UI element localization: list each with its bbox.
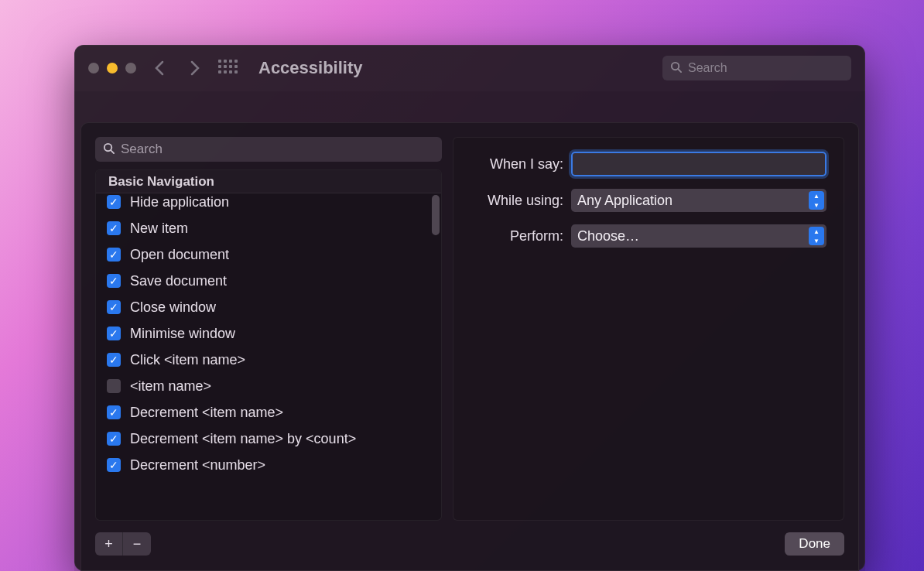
- command-checkbox[interactable]: ✓: [107, 300, 121, 314]
- command-checkbox[interactable]: ✓: [107, 458, 121, 472]
- add-remove-group: + −: [95, 532, 151, 556]
- while-using-select[interactable]: Any Application ▲▼: [571, 189, 826, 212]
- perform-label: Perform:: [471, 228, 563, 244]
- search-icon: [670, 61, 682, 76]
- system-preferences-window: Accessibility Siri Basi: [74, 45, 865, 571]
- sheet-footer: + − Done: [95, 521, 844, 556]
- done-button[interactable]: Done: [785, 532, 844, 556]
- svg-line-3: [111, 150, 114, 153]
- command-row[interactable]: <item name>: [96, 373, 441, 399]
- titlebar: Accessibility: [74, 45, 865, 91]
- select-stepper-icon: ▲▼: [809, 191, 824, 210]
- when-i-say-input[interactable]: [571, 152, 826, 176]
- command-checkbox[interactable]: [107, 379, 121, 393]
- commands-list: Basic Navigation ✓Hide application✓New i…: [95, 169, 442, 521]
- command-checkbox[interactable]: ✓: [107, 274, 121, 288]
- command-label: Decrement <item name> by <count>: [130, 431, 356, 447]
- command-label: Save document: [130, 273, 227, 289]
- search-icon: [103, 142, 115, 157]
- chevron-left-icon: [154, 60, 165, 76]
- close-window-button[interactable]: [88, 63, 99, 74]
- command-checkbox[interactable]: ✓: [107, 327, 121, 340]
- perform-value: Choose…: [577, 228, 639, 244]
- command-row[interactable]: ✓Save document: [96, 268, 441, 294]
- plus-icon: +: [104, 536, 113, 552]
- perform-select[interactable]: Choose… ▲▼: [571, 224, 826, 248]
- command-row[interactable]: ✓Close window: [96, 294, 441, 320]
- command-label: Decrement <number>: [130, 457, 265, 474]
- scrollbar-thumb[interactable]: [432, 195, 440, 235]
- command-checkbox[interactable]: ✓: [107, 195, 121, 209]
- command-row[interactable]: ✓Decrement <number>: [96, 452, 441, 478]
- command-label: Open document: [130, 247, 229, 263]
- zoom-window-button[interactable]: [125, 63, 136, 74]
- minus-icon: −: [133, 536, 142, 552]
- command-checkbox[interactable]: ✓: [107, 221, 121, 235]
- toolbar-search[interactable]: [662, 56, 851, 80]
- command-label: New item: [130, 221, 188, 237]
- command-row[interactable]: ✓Hide application: [96, 193, 441, 215]
- commands-search[interactable]: [95, 137, 442, 162]
- command-row[interactable]: ✓Click <item name>: [96, 347, 441, 373]
- toolbar-search-input[interactable]: [688, 61, 844, 75]
- command-label: Minimise window: [130, 326, 235, 342]
- command-checkbox[interactable]: ✓: [107, 432, 121, 446]
- commands-column: Basic Navigation ✓Hide application✓New i…: [95, 137, 442, 521]
- commands-section-header: Basic Navigation: [96, 170, 441, 193]
- command-row[interactable]: ✓Decrement <item name>: [96, 399, 441, 426]
- back-button[interactable]: [147, 56, 172, 80]
- svg-line-1: [678, 69, 681, 72]
- commands-search-input[interactable]: [121, 142, 434, 157]
- show-all-button[interactable]: [218, 60, 238, 77]
- command-checkbox[interactable]: ✓: [107, 353, 121, 367]
- select-stepper-icon: ▲▼: [809, 227, 824, 245]
- command-detail-panel: When I say: While using: Any Application…: [453, 137, 844, 521]
- traffic-lights: [88, 63, 136, 74]
- command-label: Decrement <item name>: [130, 405, 283, 421]
- command-row[interactable]: ✓Open document: [96, 241, 441, 268]
- command-label: Hide application: [130, 194, 229, 210]
- minimize-window-button[interactable]: [107, 63, 118, 74]
- voice-control-commands-sheet: Basic Navigation ✓Hide application✓New i…: [80, 122, 859, 571]
- command-label: Close window: [130, 299, 216, 316]
- command-row[interactable]: ✓Minimise window: [96, 320, 441, 347]
- when-i-say-label: When I say:: [471, 156, 563, 173]
- command-label: <item name>: [130, 378, 211, 395]
- while-using-label: While using:: [471, 193, 563, 209]
- command-row[interactable]: ✓New item: [96, 215, 441, 241]
- forward-button[interactable]: [183, 56, 207, 80]
- command-row[interactable]: ✓Decrement <item name> by <count>: [96, 426, 441, 452]
- while-using-value: Any Application: [577, 193, 672, 209]
- chevron-right-icon: [190, 60, 200, 76]
- remove-command-button[interactable]: −: [123, 532, 151, 556]
- window-title: Accessibility: [258, 58, 363, 78]
- command-checkbox[interactable]: ✓: [107, 405, 121, 419]
- add-command-button[interactable]: +: [95, 532, 123, 556]
- command-checkbox[interactable]: ✓: [107, 248, 121, 262]
- command-label: Click <item name>: [130, 352, 245, 368]
